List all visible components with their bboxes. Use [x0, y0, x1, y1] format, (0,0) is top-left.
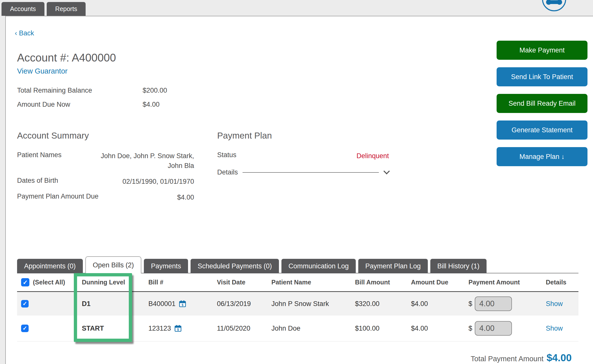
send-link-to-patient-button[interactable]: Send Link To Patient — [497, 67, 587, 86]
header-dunning-level: Dunning Level — [82, 279, 148, 286]
header-bill-number: Bill # — [148, 279, 217, 286]
manage-plan-button[interactable]: Manage Plan ↓ — [497, 147, 587, 166]
svg-text:$: $ — [177, 328, 179, 331]
back-link[interactable]: ‹ Back — [15, 29, 34, 37]
tab-payment-plan-log[interactable]: Payment Plan Log — [358, 259, 428, 273]
content-panel: ‹ Back Account #: A400000 View Guarantor… — [5, 16, 593, 364]
tab-accounts[interactable]: Accounts — [2, 2, 44, 16]
show-details-link[interactable]: Show — [546, 300, 578, 308]
dob-label: Dates of Birth — [17, 177, 58, 187]
amount-due-cell: $4.00 — [411, 325, 468, 332]
currency-symbol: $ — [468, 300, 472, 308]
total-remaining-balance-row: Total Remaining Balance $200.00 — [17, 87, 178, 94]
open-bills-table: ✓ (Select All) Dunning Level Bill # Visi… — [17, 273, 578, 341]
plan-details-label: Details — [217, 168, 238, 176]
show-details-link[interactable]: Show — [546, 325, 578, 332]
plan-status-label: Status — [217, 151, 236, 161]
send-bill-ready-email-button[interactable]: Send Bill Ready Email — [497, 94, 587, 113]
total-payment-value: $4.00 — [547, 352, 572, 363]
total-remaining-balance-value: $200.00 — [143, 87, 167, 94]
row-checkbox[interactable]: ✓ — [21, 325, 29, 332]
patient-name-cell: John P Snow Stark — [271, 300, 355, 308]
header-details: Details — [546, 279, 578, 286]
patient-name-cell: John Doe — [271, 325, 355, 332]
calendar-dollar-icon[interactable]: $ — [174, 324, 182, 332]
tab-scheduled-payments[interactable]: Scheduled Payments (0) — [191, 259, 279, 273]
details-divider — [243, 172, 379, 173]
select-all-label: (Select All) — [33, 279, 65, 286]
total-payment-label: Total Payment Amount — [471, 355, 544, 363]
table-header-row: ✓ (Select All) Dunning Level Bill # Visi… — [17, 273, 578, 292]
patient-names-row: Patient Names John Doe, John P. Snow Sta… — [17, 151, 194, 171]
amount-due-now-row: Amount Due Now $4.00 — [17, 101, 178, 108]
table-row: ✓ D1 B400001 $ 06/13/2019 John P Snow St… — [17, 292, 578, 316]
header-visit-date: Visit Date — [217, 279, 271, 286]
detail-tabs: Appointments (0) Open Bills (2) Payments… — [17, 257, 487, 273]
header-amount-due: Amount Due — [411, 279, 468, 286]
tab-bill-history[interactable]: Bill History (1) — [430, 259, 487, 273]
payment-amount-input[interactable] — [475, 296, 512, 311]
tab-appointments[interactable]: Appointments (0) — [17, 259, 83, 273]
select-all-checkbox[interactable]: ✓ — [21, 278, 29, 286]
header-bill-amount: Bill Amount — [355, 279, 411, 286]
payment-plan-section: Payment Plan Status Delinquent Details — [217, 131, 389, 176]
amount-due-cell: $4.00 — [411, 300, 468, 308]
svg-text:$: $ — [182, 303, 184, 307]
bill-amount-cell: $320.00 — [355, 300, 411, 308]
header-payment-amount: Payment Amount — [468, 279, 546, 286]
tab-communication-log[interactable]: Communication Log — [281, 259, 356, 273]
patient-names-value: John Doe, John P. Snow Stark, John Bla — [101, 151, 194, 171]
bill-number-cell: 123123 — [148, 325, 171, 332]
calendar-dollar-icon[interactable]: $ — [179, 300, 187, 308]
plan-status-row: Status Delinquent — [217, 151, 389, 161]
amount-due-now-value: $4.00 — [143, 101, 160, 108]
dob-value: 02/15/1990, 01/01/1970 — [123, 177, 194, 187]
tab-reports[interactable]: Reports — [47, 2, 86, 16]
payment-plan-title: Payment Plan — [217, 131, 389, 141]
app-screen: Accounts Reports ‹ Back Account #: A4000… — [0, 0, 593, 364]
tab-open-bills[interactable]: Open Bills (2) — [85, 256, 142, 273]
user-circle-icon[interactable] — [540, 0, 568, 12]
view-guarantor-link[interactable]: View Guarantor — [17, 67, 68, 75]
make-payment-button[interactable]: Make Payment — [497, 41, 587, 60]
bill-amount-cell: $100.00 — [355, 325, 411, 332]
row-checkbox[interactable]: ✓ — [21, 300, 29, 308]
payment-amount-input[interactable] — [475, 321, 512, 336]
chevron-down-icon[interactable] — [383, 168, 390, 174]
visit-date-cell: 11/05/2020 — [217, 325, 271, 332]
top-nav-tabs: Accounts Reports — [2, 2, 86, 16]
amount-due-now-label: Amount Due Now — [17, 101, 143, 108]
plan-amount-due-label: Payment Plan Amount Due — [17, 193, 98, 202]
page-title: Account #: A400000 — [17, 51, 116, 64]
header-patient-name: Patient Name — [271, 279, 355, 286]
dunning-level-cell: D1 — [82, 300, 148, 308]
total-remaining-balance-label: Total Remaining Balance — [17, 87, 143, 94]
table-row: ✓ START 123123 $ 11/05/2020 John Doe $10… — [17, 316, 578, 341]
currency-symbol: $ — [468, 325, 472, 332]
account-summary-title: Account Summary — [17, 131, 194, 141]
visit-date-cell: 06/13/2019 — [217, 300, 271, 308]
dunning-level-cell: START — [82, 325, 148, 332]
patient-names-label: Patient Names — [17, 151, 62, 171]
plan-amount-due-row: Payment Plan Amount Due $4.00 — [17, 193, 194, 202]
plan-details-row: Details — [217, 168, 389, 176]
tab-payments[interactable]: Payments — [144, 259, 188, 273]
plan-amount-due-value: $4.00 — [177, 193, 194, 202]
total-payment-row: Total Payment Amount $4.00 — [471, 352, 572, 363]
plan-status-value: Delinquent — [357, 151, 389, 161]
generate-statement-button[interactable]: Generate Statement — [497, 120, 587, 140]
action-buttons: Make Payment Send Link To Patient Send B… — [497, 41, 587, 166]
top-nav-bar: Accounts Reports — [0, 0, 593, 16]
dob-row: Dates of Birth 02/15/1990, 01/01/1970 — [17, 177, 194, 187]
bill-number-cell: B400001 — [148, 300, 175, 308]
account-summary-section: Account Summary Patient Names John Doe, … — [17, 131, 194, 209]
